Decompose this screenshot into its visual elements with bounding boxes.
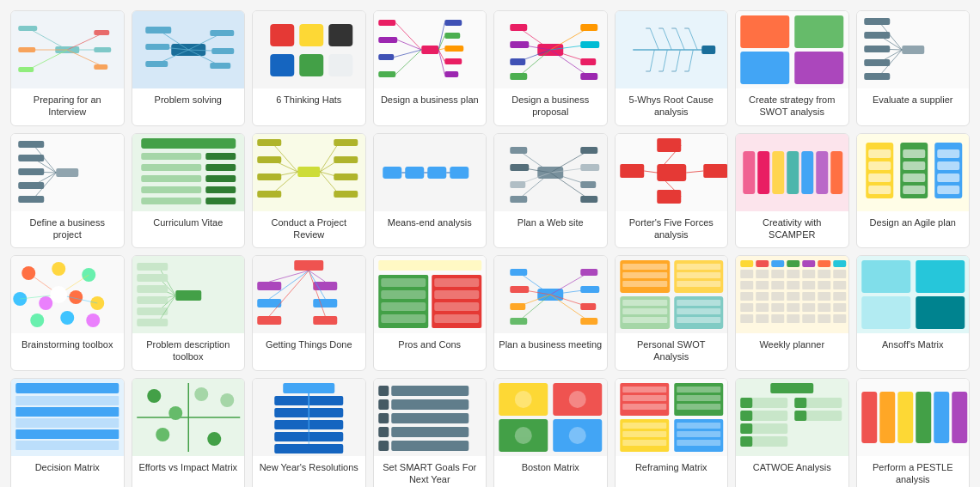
svg-rect-70 — [580, 58, 596, 65]
svg-rect-34 — [328, 54, 352, 76]
svg-rect-383 — [378, 399, 389, 410]
card-pros-and-cons[interactable]: Pros and Cons — [373, 255, 487, 371]
svg-point-213 — [52, 262, 65, 276]
card-personal-swot[interactable]: Personal SWOT Analysis — [615, 255, 729, 371]
card-5-whys[interactable]: 5-Whys Root Cause analysis — [615, 10, 729, 126]
svg-rect-312 — [756, 281, 769, 289]
svg-rect-32 — [299, 54, 323, 76]
svg-point-362 — [156, 428, 169, 441]
svg-rect-336 — [818, 281, 830, 289]
svg-rect-385 — [378, 413, 389, 423]
svg-rect-327 — [787, 314, 799, 323]
svg-rect-281 — [580, 286, 599, 293]
card-decision-matrix[interactable]: Decision Matrix — [10, 378, 125, 487]
card-reframing-matrix[interactable]: Reframing Matrix — [615, 378, 729, 487]
svg-point-398 — [569, 427, 586, 444]
card-means-end-analysis[interactable]: Means-end analysis — [373, 133, 487, 249]
card-conduct-project-review[interactable]: Conduct a Project Review — [252, 133, 366, 249]
card-thumb-6-thinking-hats — [253, 11, 365, 88]
svg-point-364 — [207, 432, 221, 446]
card-label-design-business-plan: Design a business plan — [374, 88, 487, 125]
card-set-smart-goals[interactable]: Set SMART Goals For Next Year — [373, 378, 487, 487]
svg-rect-352 — [15, 383, 119, 393]
card-design-agile-plan[interactable]: Design an Agile plan — [856, 133, 971, 249]
card-new-years-resolutions[interactable]: New Year's Resolutions — [252, 378, 366, 487]
svg-rect-419 — [740, 398, 752, 408]
svg-rect-146 — [334, 173, 358, 180]
svg-rect-126 — [205, 164, 236, 171]
card-porter-five-forces[interactable]: Porter's Five Forces analysis — [615, 133, 729, 249]
svg-rect-296 — [622, 300, 667, 306]
svg-rect-313 — [756, 292, 769, 301]
svg-rect-203 — [903, 161, 925, 170]
card-design-business-plan[interactable]: Design a business plan — [373, 10, 487, 126]
card-preparing-interview[interactable]: Preparing for an Interview — [10, 10, 125, 126]
svg-point-361 — [147, 389, 161, 403]
card-getting-things-done[interactable]: Getting Things Done — [252, 255, 366, 371]
card-boston-matrix[interactable]: Boston Matrix — [493, 378, 608, 487]
svg-rect-205 — [903, 186, 925, 194]
card-6-thinking-hats[interactable]: 6 Thinking Hats — [252, 10, 366, 126]
svg-rect-432 — [879, 392, 895, 443]
svg-rect-50 — [444, 46, 463, 52]
svg-rect-199 — [868, 173, 891, 182]
svg-rect-357 — [15, 441, 119, 450]
svg-point-392 — [515, 391, 532, 408]
svg-rect-132 — [205, 198, 236, 204]
svg-rect-273 — [510, 286, 529, 293]
svg-rect-191 — [787, 151, 799, 194]
svg-rect-231 — [137, 263, 168, 271]
svg-rect-62 — [510, 58, 525, 65]
svg-rect-335 — [818, 270, 830, 278]
card-label-reframing-matrix: Reframing Matrix — [616, 456, 728, 487]
card-thumb-define-business-project — [11, 134, 124, 211]
svg-rect-345 — [833, 314, 846, 323]
svg-rect-112 — [18, 141, 44, 148]
svg-rect-308 — [740, 303, 753, 312]
card-label-means-end-analysis: Means-end analysis — [374, 211, 487, 248]
card-pestle-analysis[interactable]: Perform a PESTLE analysis — [856, 378, 971, 487]
svg-rect-348 — [916, 260, 965, 293]
card-plan-web-site[interactable]: Plan a Web site — [493, 133, 608, 249]
card-plan-business-meeting[interactable]: Plan a business meeting — [493, 255, 608, 371]
svg-rect-388 — [391, 441, 469, 451]
svg-rect-207 — [937, 149, 959, 158]
svg-rect-402 — [622, 395, 666, 401]
card-curriculum-vitae[interactable]: Curriculum Vitae — [132, 133, 246, 249]
svg-rect-106 — [864, 59, 890, 66]
card-catwoe-analysis[interactable]: CATWOE Analysis — [735, 378, 849, 487]
svg-rect-431 — [861, 392, 877, 443]
card-design-business-proposal[interactable]: Design a business proposal — [493, 10, 608, 126]
svg-rect-13 — [94, 64, 107, 70]
svg-rect-198 — [868, 161, 891, 170]
card-create-strategy-swot[interactable]: Create strategy from SWOT analysis — [735, 10, 849, 126]
svg-rect-401 — [622, 387, 666, 393]
svg-rect-42 — [378, 54, 394, 60]
card-label-plan-web-site: Plan a Web site — [494, 211, 607, 248]
card-brainstorming-toolbox[interactable]: Brainstorming toolbox — [10, 255, 125, 371]
svg-rect-289 — [622, 272, 667, 278]
svg-rect-188 — [743, 151, 755, 194]
card-problem-description-toolbox[interactable]: Problem description toolbox — [132, 255, 246, 371]
card-ansoffs-matrix[interactable]: Ansoff's Matrix — [856, 255, 971, 371]
card-weekly-planner[interactable]: Weekly planner — [735, 255, 849, 371]
svg-rect-255 — [313, 316, 337, 325]
card-creativity-scamper[interactable]: Creativity with SCAMPER — [735, 133, 849, 249]
card-evaluate-supplier[interactable]: Evaluate a supplier — [856, 10, 971, 126]
svg-rect-194 — [830, 151, 842, 194]
card-problem-solving[interactable]: Problem solving — [132, 10, 246, 126]
svg-rect-415 — [677, 440, 720, 446]
card-label-pestle-analysis: Perform a PESTLE analysis — [857, 456, 970, 487]
svg-rect-283 — [580, 303, 596, 310]
svg-point-396 — [515, 427, 532, 444]
card-label-set-smart-goals: Set SMART Goals For Next Year — [374, 456, 487, 487]
svg-rect-368 — [283, 383, 334, 393]
svg-rect-172 — [580, 164, 599, 171]
card-thumb-creativity-scamper — [736, 134, 848, 211]
svg-rect-21 — [145, 61, 168, 67]
card-efforts-vs-impact[interactable]: Efforts vs Impact Matrix — [132, 378, 246, 487]
svg-rect-304 — [740, 260, 753, 267]
svg-rect-125 — [141, 164, 201, 171]
svg-rect-407 — [677, 404, 720, 410]
card-define-business-project[interactable]: Define a business project — [10, 133, 125, 249]
